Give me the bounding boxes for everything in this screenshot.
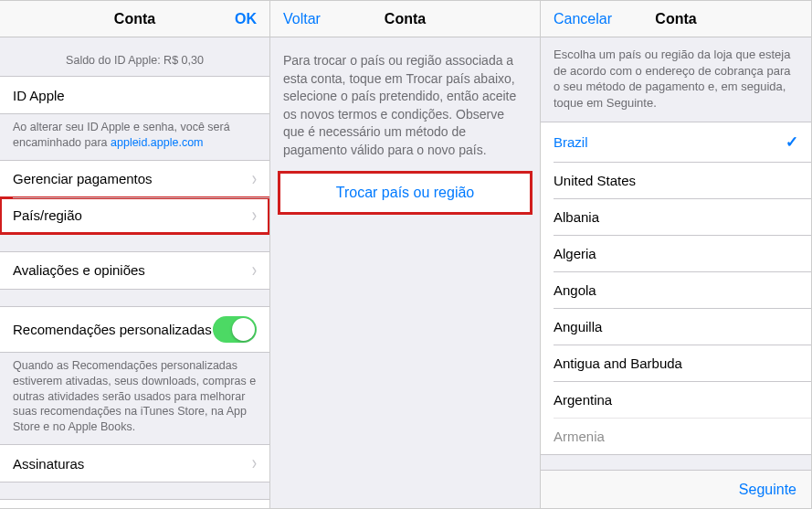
panel2-scroll[interactable]: Para trocar o país ou região associada a…	[270, 37, 540, 508]
select-country-instruction: Escolha um país ou região da loja que es…	[541, 37, 811, 122]
country-label: Angola	[554, 282, 596, 298]
country-row-anguilla[interactable]: Anguilla	[541, 308, 811, 345]
recommendations-toggle[interactable]	[213, 316, 257, 343]
country-label: United States	[554, 173, 636, 188]
country-label: Algeria	[554, 246, 596, 261]
apple-id-link[interactable]: appleid.apple.com	[111, 136, 203, 149]
spacer	[0, 290, 269, 306]
subscriptions-row[interactable]: Assinaturas ›	[0, 445, 269, 482]
country-region-row[interactable]: País/região ›	[0, 197, 269, 234]
country-row-united-states[interactable]: United States	[541, 162, 811, 198]
spacer	[0, 235, 269, 251]
change-country-button[interactable]: Trocar país ou região	[279, 173, 531, 213]
nav-title-1: Conta	[0, 11, 269, 27]
navbar-3: Cancelar Conta	[541, 1, 811, 37]
checkmark-icon: ✓	[786, 133, 798, 152]
change-country-label: Trocar país ou região	[336, 185, 474, 200]
back-button[interactable]: Voltar	[283, 11, 321, 27]
panel1-scroll[interactable]: Saldo do ID Apple: R$ 0,30 ID Apple Ao a…	[0, 37, 269, 508]
recommendations-row: Recomendações personalizadas	[0, 307, 269, 352]
change-country-instruction: Para trocar o país ou região associada a…	[270, 37, 540, 173]
reviews-row[interactable]: Avaliações e opiniões ›	[0, 252, 269, 289]
chevron-right-icon: ›	[252, 452, 257, 475]
navbar-1: Conta OK	[0, 1, 269, 37]
apple-id-row[interactable]: ID Apple	[0, 77, 269, 113]
country-row-antigua-barbuda[interactable]: Antigua and Barbuda	[541, 345, 811, 381]
country-label: Brazil	[554, 134, 588, 150]
purchase-history-row[interactable]: Histórico de compras ›	[0, 500, 269, 508]
country-label: Anguilla	[554, 319, 602, 334]
spacer	[0, 482, 269, 499]
apple-id-footer: Ao alterar seu ID Apple e senha, você se…	[0, 114, 269, 160]
country-row-armenia[interactable]: Armenia	[541, 418, 811, 454]
manage-payments-row[interactable]: Gerenciar pagamentos ›	[0, 161, 269, 197]
account-panel-3: Cancelar Conta Escolha um país ou região…	[541, 0, 812, 509]
country-label: Armenia	[554, 429, 605, 444]
country-region-label: País/região	[13, 207, 82, 223]
country-row-brazil[interactable]: Brazil ✓	[541, 122, 811, 162]
bottom-toolbar: Seguinte	[541, 470, 811, 508]
toggle-knob	[232, 318, 255, 341]
country-list: Brazil ✓ United States Albania Algeria A…	[541, 122, 811, 455]
country-row-argentina[interactable]: Argentina	[541, 381, 811, 418]
country-label: Antigua and Barbuda	[554, 355, 682, 371]
country-label: Albania	[554, 209, 599, 225]
manage-payments-label: Gerenciar pagamentos	[13, 171, 153, 186]
balance-header: Saldo do ID Apple: R$ 0,30	[0, 37, 269, 76]
account-panel-2: Voltar Conta Para trocar o país ou regiã…	[270, 0, 541, 509]
next-button[interactable]: Seguinte	[739, 482, 796, 498]
cancel-button[interactable]: Cancelar	[554, 11, 612, 27]
ok-button[interactable]: OK	[235, 11, 257, 27]
chevron-right-icon: ›	[252, 507, 257, 508]
country-row-angola[interactable]: Angola	[541, 271, 811, 308]
country-label: Argentina	[554, 392, 612, 408]
chevron-right-icon: ›	[252, 167, 257, 190]
chevron-right-icon: ›	[252, 204, 257, 227]
reviews-label: Avaliações e opiniões	[13, 262, 145, 278]
subscriptions-label: Assinaturas	[13, 456, 84, 472]
chevron-right-icon: ›	[252, 259, 257, 281]
apple-id-label: ID Apple	[13, 88, 65, 103]
country-row-algeria[interactable]: Algeria	[541, 235, 811, 271]
recommendations-label: Recomendações personalizadas	[13, 322, 212, 337]
account-panel-1: Conta OK Saldo do ID Apple: R$ 0,30 ID A…	[0, 0, 270, 509]
recommendations-footer: Quando as Recomendações personalizadas e…	[0, 353, 269, 444]
navbar-2: Voltar Conta	[270, 1, 540, 37]
panel3-scroll[interactable]: Escolha um país ou região da loja que es…	[541, 37, 811, 470]
country-row-albania[interactable]: Albania	[541, 198, 811, 235]
